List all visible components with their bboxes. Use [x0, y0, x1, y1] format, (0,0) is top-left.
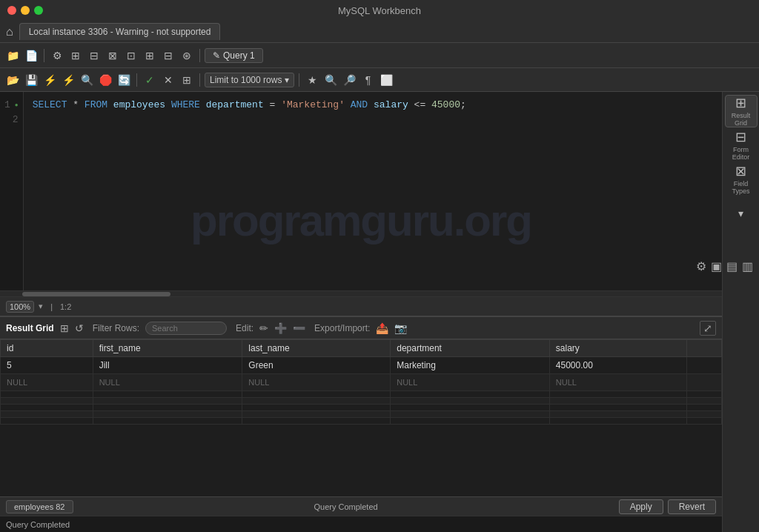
layout2-icon[interactable]: ▤ — [726, 259, 738, 273]
menu-bar: ⌂ Local instance 3306 - Warning - not su… — [0, 21, 759, 43]
data-table-container[interactable]: id first_name last_name department salar… — [0, 339, 722, 496]
new-file-btn[interactable]: 📄 — [23, 47, 39, 64]
table-tab-label[interactable]: employees 82 — [6, 500, 73, 513]
result-grid-sidebar-label: ResultGrid — [732, 113, 751, 127]
revert-button[interactable]: Revert — [668, 499, 716, 514]
zoom-separator: | — [50, 302, 53, 311]
table-row-empty-1[interactable] — [1, 391, 722, 398]
edit-minus-btn[interactable]: ➖ — [293, 322, 305, 334]
query-tab[interactable]: ✎ Query 1 — [205, 48, 263, 63]
editor-scroll: 1 ● 2 SELECT * FROM employees — [0, 92, 722, 290]
run-all-btn[interactable]: ⚡ — [60, 72, 76, 88]
filter-rows-label: Filter Rows: — [93, 323, 139, 333]
stop2-btn[interactable]: 🛑 — [97, 72, 113, 88]
export-btn[interactable]: ⬜ — [378, 72, 394, 88]
home-icon[interactable]: ⌂ — [6, 25, 13, 39]
star-btn[interactable]: ★ — [304, 72, 320, 88]
proc-btn[interactable]: ⊟ — [160, 47, 176, 64]
table-row-null-1[interactable]: NULL NULL NULL NULL NULL — [1, 374, 722, 391]
open-btn[interactable]: 📂 — [4, 72, 21, 88]
stop-btn[interactable]: 🔍 — [79, 72, 95, 88]
result-search-input[interactable] — [145, 322, 227, 335]
table-row-empty-2[interactable] — [1, 398, 722, 405]
check-btn[interactable]: ✓ — [142, 72, 158, 88]
op-semicolon: ; — [460, 98, 466, 113]
sql-code-area[interactable]: SELECT * FROM employees WHERE department… — [24, 92, 722, 290]
table-row-empty-4[interactable] — [1, 411, 722, 418]
scroll-area[interactable] — [0, 290, 722, 296]
grid-icon-btn[interactable]: ⊞ — [60, 322, 69, 334]
search-btn[interactable]: 🔍 — [322, 72, 339, 88]
import-btn-result[interactable]: 📷 — [394, 322, 407, 334]
col-employees: employees — [107, 98, 171, 113]
col-header-extra — [687, 340, 722, 357]
table3-btn[interactable]: ⊠ — [105, 47, 121, 64]
cell-salary-1: 45000.00 — [549, 357, 686, 374]
col-header-first-name[interactable]: first_name — [93, 340, 242, 357]
more-sidebar-btn[interactable]: ▾ — [725, 197, 758, 230]
run-btn[interactable]: ⚡ — [42, 72, 58, 88]
sql-line-2 — [33, 113, 713, 127]
cell-dept-1: Marketing — [391, 357, 550, 374]
schema2-btn[interactable]: ⊞ — [179, 72, 195, 88]
col-department: department — [200, 98, 270, 113]
right-sidebar: ⊞ ResultGrid ⊟ FormEditor ⊠ FieldTypes ▾ — [722, 92, 759, 532]
window-title: MySQL Workbench — [338, 5, 421, 16]
table2-btn[interactable]: ⊟ — [86, 47, 102, 64]
content-wrapper: 1 ● 2 SELECT * FROM employees — [0, 92, 759, 532]
format-btn[interactable]: ¶ — [359, 72, 376, 88]
cell-null-fn: NULL — [93, 374, 242, 391]
result-grid-sidebar-btn[interactable]: ⊞ ResultGrid — [725, 95, 758, 127]
export-btn-result[interactable]: 📤 — [376, 322, 388, 334]
cell-lastname-1: Green — [242, 357, 391, 374]
edit-pencil-btn[interactable]: ✏ — [259, 322, 268, 334]
editor-content: 1 ● 2 SELECT * FROM employees — [0, 92, 722, 290]
table-btn[interactable]: ⊞ — [67, 47, 84, 64]
num-45000: 45000 — [431, 98, 460, 113]
table-header-row: id first_name last_name department salar… — [1, 340, 722, 357]
result-grid-tab[interactable]: Result Grid — [6, 323, 54, 333]
results-section: Result Grid ⊞ ↺ Filter Rows: Edit: ✏ ➕ ➖… — [0, 316, 722, 516]
line-dot-1: ● — [15, 98, 19, 113]
cell-null-salary: NULL — [549, 374, 686, 391]
table5-btn[interactable]: ⊞ — [142, 47, 158, 64]
settings-btn[interactable]: ⚙ — [49, 47, 65, 64]
instance-tab[interactable]: Local instance 3306 - Warning - not supp… — [19, 23, 221, 40]
zoom-dropdown-icon: ▾ — [39, 302, 43, 311]
table-row-empty-5[interactable] — [1, 418, 722, 425]
schema-btn[interactable]: ⊛ — [179, 47, 195, 64]
form-editor-sidebar-icon: ⊟ — [735, 129, 746, 145]
zoom-level[interactable]: 100% — [6, 301, 34, 313]
col-header-last-name[interactable]: last_name — [242, 340, 391, 357]
col-header-department[interactable]: department — [391, 340, 550, 357]
col-header-id[interactable]: id — [1, 340, 93, 357]
table4-btn[interactable]: ⊡ — [123, 47, 139, 64]
col-header-salary[interactable]: salary — [549, 340, 686, 357]
table-row-empty-3[interactable] — [1, 405, 722, 411]
result-expand-btn[interactable]: ⤢ — [700, 321, 716, 336]
op-eq: = — [270, 98, 282, 113]
refresh-result-btn[interactable]: ↺ — [75, 322, 84, 334]
edit-plus-btn[interactable]: ➕ — [274, 322, 287, 334]
minimize-button[interactable] — [21, 6, 30, 15]
edit-label: Edit: — [236, 323, 253, 333]
search2-btn[interactable]: 🔎 — [341, 72, 357, 88]
form-editor-sidebar-btn[interactable]: ⊟ FormEditor — [725, 129, 758, 162]
refresh-btn[interactable]: 🔄 — [116, 72, 132, 88]
table-row-1[interactable]: 5 Jill Green Marketing 45000.00 — [1, 357, 722, 374]
save-btn[interactable]: 💾 — [23, 72, 39, 88]
op-star: * — [67, 98, 84, 113]
maximize-button[interactable] — [34, 6, 43, 15]
line-num-2: 2 — [13, 114, 19, 125]
panel-icon[interactable]: ▥ — [742, 259, 753, 273]
field-types-sidebar-btn[interactable]: ⊠ FieldTypes — [725, 163, 758, 196]
limit-select[interactable]: Limit to 1000 rows ▾ — [205, 73, 294, 87]
cancel-btn[interactable]: ✕ — [160, 72, 176, 88]
apply-button[interactable]: Apply — [619, 499, 663, 514]
editor-area: 1 ● 2 SELECT * FROM employees — [0, 92, 722, 316]
left-content: 1 ● 2 SELECT * FROM employees — [0, 92, 722, 532]
kw-from: FROM — [84, 98, 107, 113]
table-tab: employees 82 — [6, 502, 73, 512]
open-file-btn[interactable]: 📁 — [4, 47, 21, 64]
close-button[interactable] — [7, 6, 16, 15]
